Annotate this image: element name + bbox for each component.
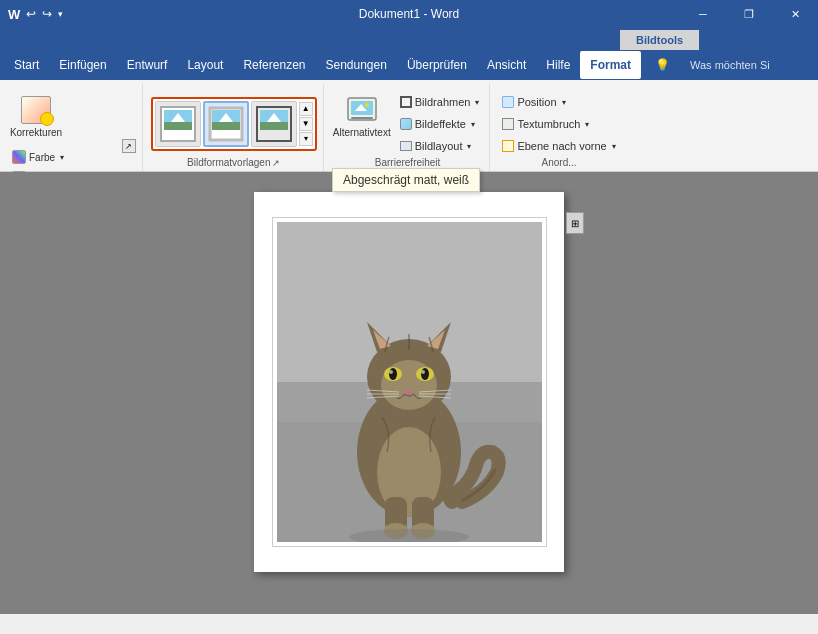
- svg-rect-2: [164, 122, 192, 130]
- bildeffekte-dropdown-icon: ▾: [471, 120, 475, 129]
- word-icon: W: [8, 7, 20, 22]
- textumbruch-icon: [502, 118, 514, 130]
- ebene-vorne-icon: [502, 140, 514, 152]
- image-frame[interactable]: [272, 217, 547, 547]
- title-bar-left: W ↩ ↪ ▾: [8, 7, 63, 22]
- menu-layout[interactable]: Layout: [177, 51, 233, 79]
- menu-start[interactable]: Start: [4, 51, 49, 79]
- tooltip: Abgeschrägt matt, weiß: [332, 168, 480, 192]
- farbe-label: Farbe: [29, 152, 55, 163]
- farbe-button[interactable]: Farbe ▾: [8, 147, 136, 167]
- pic-style-1[interactable]: [155, 101, 201, 147]
- bildformatvorlagen-label: Bildformatvorlagen ↗: [151, 157, 317, 171]
- gallery-scroll-down[interactable]: ▼: [299, 117, 313, 131]
- bildtools-bar: Bildtools: [0, 28, 818, 50]
- farbe-dropdown-icon: ▾: [60, 153, 64, 162]
- bildrahmen-icon: [400, 96, 412, 108]
- bildlayout-button[interactable]: Bildlayout ▾: [396, 136, 484, 156]
- close-button[interactable]: ✕: [772, 0, 818, 28]
- svg-point-15: [365, 103, 369, 107]
- window-controls: ─ ❐ ✕: [680, 0, 818, 28]
- menu-format[interactable]: Format: [580, 51, 641, 79]
- menu-hilfe[interactable]: Hilfe: [536, 51, 580, 79]
- ribbon-group-bildformatvorlagen: ▲ ▼ ▾ Bildformatvorlagen ↗: [145, 84, 324, 171]
- title-bar: W ↩ ↪ ▾ Dokument1 - Word ─ ❐ ✕: [0, 0, 818, 28]
- alternativtext-button[interactable]: Alternativtext: [332, 88, 392, 148]
- menu-search-icon[interactable]: 💡: [645, 51, 680, 79]
- sidebar-handle[interactable]: ⊞: [566, 212, 584, 234]
- svg-point-31: [421, 368, 429, 380]
- svg-point-33: [421, 370, 425, 374]
- document-page: ⊞: [254, 192, 564, 572]
- pic-style-2-preview: [207, 105, 245, 143]
- ebene-vorne-dropdown-icon: ▾: [612, 142, 616, 151]
- position-button[interactable]: Position ▾: [498, 92, 619, 112]
- quick-access-more[interactable]: ▾: [58, 9, 63, 19]
- bildtools-label: Bildtools: [620, 30, 699, 50]
- ribbon-group-anordnen: Position ▾ Textumbruch ▾ Ebene nach vorn…: [492, 84, 625, 171]
- minimize-button[interactable]: ─: [680, 0, 726, 28]
- korrekturen-label: Korrekturen: [10, 127, 62, 139]
- quick-access-redo[interactable]: ↪: [42, 7, 52, 21]
- document-area: ⊞: [0, 172, 818, 614]
- pic-style-1-preview: [159, 105, 197, 143]
- bildlayout-icon: [400, 141, 412, 151]
- document-title: Dokument1 - Word: [359, 7, 459, 21]
- menu-bar: Anpassen Start Einfügen Entwurf Layout R…: [0, 50, 818, 80]
- ebene-vorne-label: Ebene nach vorne: [517, 140, 606, 152]
- bildformatvorlagen-expand-icon[interactable]: ↗: [272, 158, 280, 168]
- cat-image[interactable]: [277, 222, 542, 542]
- svg-rect-16: [351, 117, 373, 119]
- svg-point-30: [389, 368, 397, 380]
- gallery-scroll-up[interactable]: ▲: [299, 102, 313, 116]
- bildrahmen-dropdown-icon: ▾: [475, 98, 479, 107]
- tooltip-text: Abgeschrägt matt, weiß: [343, 173, 469, 187]
- ribbon-group-barrierefreiheit: Alternativtext Bildrahmen ▾ Bildeffekte …: [326, 84, 491, 171]
- anordnen-content: Position ▾ Textumbruch ▾ Ebene nach vorn…: [498, 86, 619, 157]
- menu-einfuegen[interactable]: Einfügen: [49, 51, 116, 79]
- bildeffekte-label: Bildeffekte: [415, 118, 466, 130]
- bildrahmen-label: Bildrahmen: [415, 96, 471, 108]
- menu-ansicht[interactable]: Ansicht: [477, 51, 536, 79]
- bildlayout-dropdown-icon: ▾: [467, 142, 471, 151]
- alternativtext-label: Alternativtext: [333, 127, 391, 139]
- anordnen-col: Position ▾ Textumbruch ▾ Ebene nach vorn…: [498, 92, 619, 156]
- menu-sendungen[interactable]: Sendungen: [315, 51, 396, 79]
- alternativtext-icon: [347, 97, 377, 125]
- anordnen-label: Anord...: [498, 157, 619, 171]
- svg-point-23: [381, 360, 437, 410]
- textumbruch-dropdown-icon: ▾: [585, 120, 589, 129]
- svg-point-32: [389, 370, 393, 374]
- menu-referenzen[interactable]: Referenzen: [233, 51, 315, 79]
- textumbruch-button[interactable]: Textumbruch ▾: [498, 114, 619, 134]
- bildrahmen-button[interactable]: Bildrahmen ▾: [396, 92, 484, 112]
- picture-styles-gallery: ▲ ▼ ▾: [151, 97, 317, 151]
- textumbruch-label: Textumbruch: [517, 118, 580, 130]
- sidebar-handle-icon: ⊞: [571, 218, 579, 229]
- bildlayout-label: Bildlayout: [415, 140, 463, 152]
- bildeffekte-icon: [400, 118, 412, 130]
- position-icon: [502, 96, 514, 108]
- barrierefreiheit-content: Alternativtext Bildrahmen ▾ Bildeffekte …: [332, 86, 484, 157]
- ebene-vorne-button[interactable]: Ebene nach vorne ▾: [498, 136, 619, 156]
- anpassen-expand-icon[interactable]: ↗: [122, 139, 136, 153]
- bildeffekte-button[interactable]: Bildeffekte ▾: [396, 114, 484, 134]
- position-label: Position: [517, 96, 556, 108]
- ribbon-content: Korrekturen Farbe ▾ Künstlerische Effekt…: [0, 80, 818, 172]
- menu-ueberpruefen[interactable]: Überprüfen: [397, 51, 477, 79]
- svg-rect-6: [212, 122, 240, 130]
- barrierefreiheit-col: Bildrahmen ▾ Bildeffekte ▾ Bildlayout ▾: [396, 92, 484, 156]
- restore-button[interactable]: ❐: [726, 0, 772, 28]
- menu-search[interactable]: Was möchten Si: [680, 51, 780, 79]
- gallery-scroll-more[interactable]: ▾: [299, 132, 313, 146]
- pic-style-3[interactable]: [251, 101, 297, 147]
- menu-entwurf[interactable]: Entwurf: [117, 51, 178, 79]
- korrekturen-button[interactable]: Korrekturen: [8, 88, 64, 146]
- gallery-scroll-controls: ▲ ▼ ▾: [299, 102, 313, 146]
- ribbon-group-anpassen: Korrekturen Farbe ▾ Künstlerische Effekt…: [4, 84, 143, 171]
- svg-rect-10: [260, 122, 288, 130]
- quick-access-undo[interactable]: ↩: [26, 7, 36, 21]
- pic-style-2[interactable]: [203, 101, 249, 147]
- position-dropdown-icon: ▾: [562, 98, 566, 107]
- pic-style-3-preview: [255, 105, 293, 143]
